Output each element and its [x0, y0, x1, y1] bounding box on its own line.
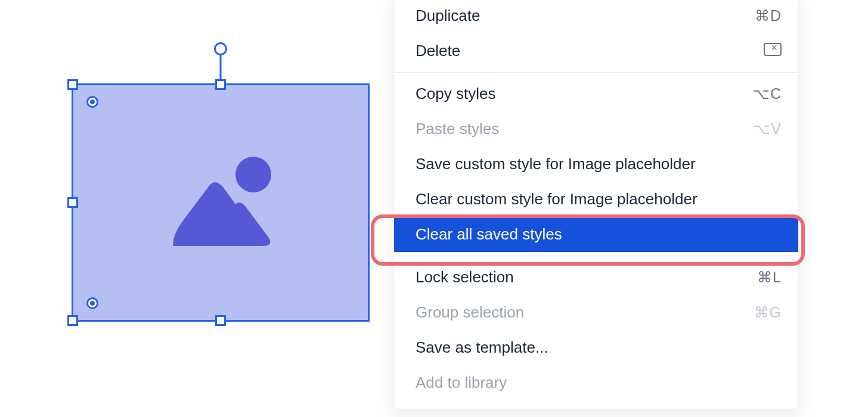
menu-item-save-as-template[interactable]: Save as template... — [394, 330, 798, 365]
menu-item-label: Paste styles — [416, 120, 499, 138]
backspace-icon — [764, 42, 782, 60]
menu-item-label: Lock selection — [416, 268, 514, 287]
menu-item-label: Delete — [416, 42, 460, 60]
menu-item-lock-selection[interactable]: Lock selection ⌘L — [394, 260, 798, 295]
selection-handle-bottom-middle[interactable] — [215, 315, 226, 326]
menu-item-label: Duplicate — [416, 7, 480, 25]
selected-image-placeholder[interactable] — [72, 83, 370, 322]
menu-item-duplicate[interactable]: Duplicate ⌘D — [394, 0, 798, 33]
menu-item-paste-styles: Paste styles ⌥V — [394, 111, 798, 147]
menu-item-label: Save custom style for Image placeholder — [416, 155, 696, 173]
selection-handle-middle-left[interactable] — [67, 197, 78, 208]
selection-rotate-stem — [220, 52, 222, 79]
menu-item-label: Group selection — [416, 303, 524, 322]
menu-item-delete[interactable]: Delete — [394, 33, 798, 69]
menu-item-shortcut: ⌥V — [753, 120, 782, 138]
menu-item-label: Add to library — [416, 374, 507, 392]
menu-item-label: Copy styles — [416, 85, 495, 103]
context-menu: Duplicate ⌘D Delete Copy styles ⌥C Paste… — [393, 0, 799, 409]
menu-item-add-to-library: Add to library — [394, 365, 798, 400]
selection-handle-bottom-left[interactable] — [67, 315, 78, 326]
menu-item-label: Clear all saved styles — [416, 225, 562, 244]
menu-item-group-selection: Group selection ⌘G — [394, 295, 798, 330]
snap-point-top-left[interactable] — [86, 96, 98, 108]
menu-item-shortcut: ⌘L — [757, 269, 782, 286]
menu-item-label: Save as template... — [416, 338, 548, 357]
menu-divider — [394, 256, 798, 256]
menu-item-clear-all-saved-styles[interactable]: Clear all saved styles — [394, 217, 798, 252]
menu-item-shortcut: ⌘G — [754, 304, 782, 321]
selection-handle-top-middle[interactable] — [215, 79, 226, 90]
selection-handle-top-left[interactable] — [67, 79, 78, 90]
selection-rotate-handle[interactable] — [214, 42, 227, 55]
snap-point-bottom-left[interactable] — [86, 297, 98, 309]
menu-item-label: Clear custom style for Image placeholder — [416, 190, 698, 208]
image-placeholder-icon — [155, 145, 286, 260]
menu-item-clear-custom-style[interactable]: Clear custom style for Image placeholder — [394, 182, 798, 217]
menu-divider — [394, 72, 798, 73]
menu-item-shortcut: ⌥C — [752, 85, 782, 102]
menu-item-save-custom-style[interactable]: Save custom style for Image placeholder — [394, 147, 798, 182]
menu-item-shortcut: ⌘D — [755, 7, 782, 24]
menu-item-copy-styles[interactable]: Copy styles ⌥C — [394, 76, 798, 111]
svg-point-0 — [235, 157, 271, 192]
